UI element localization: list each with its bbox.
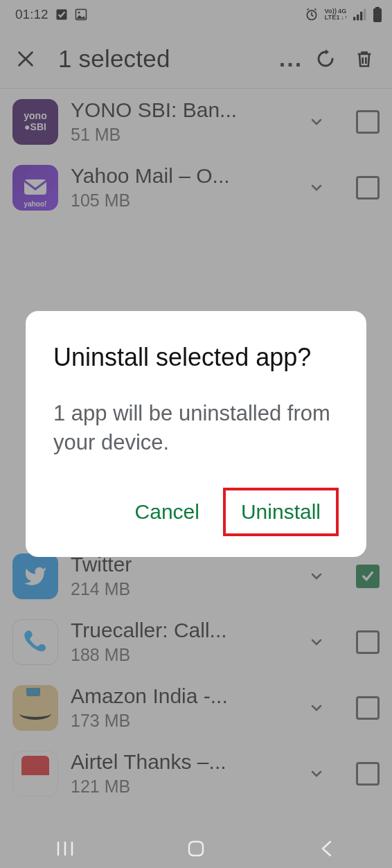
back-button[interactable] xyxy=(303,835,351,862)
system-navbar xyxy=(0,829,392,868)
back-icon xyxy=(319,840,335,858)
dialog-message: 1 app will be uninstalled from your devi… xyxy=(53,399,339,457)
recents-button[interactable] xyxy=(41,835,89,862)
modal-scrim[interactable]: Uninstall selected app? 1 app will be un… xyxy=(0,0,392,868)
svg-rect-11 xyxy=(189,842,203,856)
highlight-annotation: Uninstall xyxy=(223,488,339,536)
cancel-button[interactable]: Cancel xyxy=(125,493,209,531)
home-icon xyxy=(187,840,205,858)
home-button[interactable] xyxy=(172,835,220,862)
dialog-title: Uninstall selected app? xyxy=(53,342,339,374)
uninstall-button[interactable]: Uninstall xyxy=(231,493,330,531)
uninstall-dialog: Uninstall selected app? 1 app will be un… xyxy=(26,311,366,556)
recents-icon xyxy=(55,840,75,857)
